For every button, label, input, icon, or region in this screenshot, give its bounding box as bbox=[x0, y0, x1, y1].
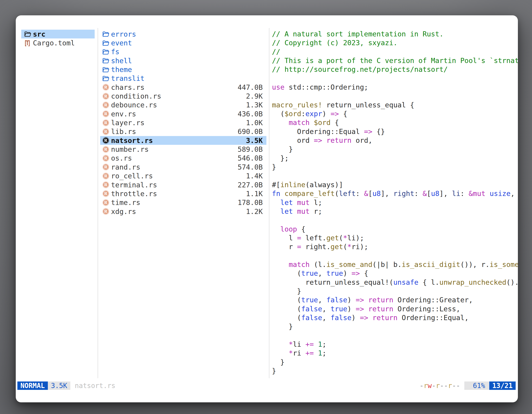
parent-item-Cargo.toml[interactable]: [T]Cargo.toml bbox=[21, 39, 95, 47]
file-name: xdg.rs bbox=[111, 207, 136, 216]
file-size: 574.0B bbox=[238, 163, 263, 171]
current-item-os.rs[interactable]: Ros.rs546.0B bbox=[100, 154, 266, 163]
code-line: l = left.get(*li); bbox=[272, 234, 518, 242]
file-name: event bbox=[111, 39, 132, 47]
file-name: fs bbox=[111, 48, 119, 56]
file-name: env.rs bbox=[111, 110, 136, 118]
file-name: throttle.rs bbox=[111, 190, 157, 198]
file-permissions: -rw-r--r-- bbox=[419, 382, 460, 390]
code-line: *li += 1; bbox=[272, 340, 518, 349]
open-folder-icon bbox=[103, 40, 109, 46]
code-line: fn compare_left(left: &[u8], right: &[u8… bbox=[272, 189, 518, 198]
file-name: time.rs bbox=[111, 198, 140, 207]
rust-file-icon: R bbox=[103, 182, 109, 188]
rust-file-icon: R bbox=[103, 191, 109, 196]
file-preview-pane[interactable]: // A natural sort implementation in Rust… bbox=[272, 30, 518, 377]
rust-file-icon: R bbox=[103, 94, 109, 99]
open-folder-icon bbox=[24, 31, 31, 37]
current-item-natsort.rs[interactable]: Rnatsort.rs3.5K bbox=[100, 136, 266, 145]
current-item-time.rs[interactable]: Rtime.rs178.0B bbox=[100, 198, 266, 207]
current-item-xdg.rs[interactable]: Rxdg.rs1.2K bbox=[100, 207, 266, 216]
toml-file-icon: [T] bbox=[24, 39, 29, 47]
file-name: translit bbox=[111, 74, 144, 82]
file-size: 436.0B bbox=[238, 110, 263, 118]
code-line: // A natural sort implementation in Rust… bbox=[272, 30, 518, 39]
rust-file-icon: R bbox=[103, 102, 109, 108]
rust-file-icon: R bbox=[103, 164, 109, 170]
current-item-lib.rs[interactable]: Rlib.rs690.0B bbox=[100, 127, 266, 136]
open-folder-icon bbox=[103, 58, 109, 64]
code-line: use std::cmp::Ordering; bbox=[272, 83, 518, 92]
file-size: 1.2K bbox=[246, 207, 263, 216]
code-line: *ri += 1; bbox=[272, 349, 518, 357]
current-directory-pane: errorseventfsshellthemetranslitRchars.rs… bbox=[100, 30, 266, 216]
file-size: 1.1K bbox=[246, 190, 263, 198]
current-item-throttle.rs[interactable]: Rthrottle.rs1.1K bbox=[100, 189, 266, 198]
parent-directory-pane: src[T]Cargo.toml bbox=[21, 30, 95, 48]
file-name: number.rs bbox=[111, 145, 149, 154]
rust-file-icon: R bbox=[103, 85, 109, 90]
file-name: lib.rs bbox=[111, 127, 136, 136]
current-item-chars.rs[interactable]: Rchars.rs447.0B bbox=[100, 83, 266, 92]
file-size: 546.0B bbox=[238, 154, 263, 162]
current-item-number.rs[interactable]: Rnumber.rs589.0B bbox=[100, 145, 266, 154]
file-manager-window: src[T]Cargo.toml errorseventfsshelltheme… bbox=[16, 15, 518, 402]
current-item-errors[interactable]: errors bbox=[100, 30, 266, 39]
code-line: (true, false) => return Ordering::Greate… bbox=[272, 296, 518, 304]
current-item-event[interactable]: event bbox=[100, 39, 266, 47]
open-folder-icon bbox=[103, 75, 109, 82]
current-item-debounce.rs[interactable]: Rdebounce.rs1.3K bbox=[100, 101, 266, 109]
current-item-translit[interactable]: translit bbox=[100, 74, 266, 83]
file-size: 2.9K bbox=[246, 92, 263, 100]
file-name: rand.rs bbox=[111, 163, 140, 171]
code-line bbox=[272, 92, 518, 100]
file-name: layer.rs bbox=[111, 119, 144, 127]
code-line: } bbox=[272, 358, 518, 366]
code-line: (true, true) => { bbox=[272, 269, 518, 278]
code-line: (false, false) => return Ordering::Equal… bbox=[272, 313, 518, 322]
file-name: condition.rs bbox=[111, 92, 161, 100]
code-line: (false, true) => return Ordering::Less, bbox=[272, 305, 518, 313]
scroll-percent-badge: 61% bbox=[464, 382, 489, 390]
file-name: natsort.rs bbox=[111, 136, 153, 144]
current-item-condition.rs[interactable]: Rcondition.rs2.9K bbox=[100, 92, 266, 100]
code-line: #[inline(always)] bbox=[272, 180, 518, 189]
file-name: terminal.rs bbox=[111, 181, 157, 189]
file-name: src bbox=[33, 30, 45, 38]
parent-item-src[interactable]: src bbox=[21, 30, 95, 39]
file-size: 1.3K bbox=[246, 101, 263, 109]
code-line: match (l.is_some_and(|b| b.is_ascii_digi… bbox=[272, 260, 518, 269]
rust-file-icon: R bbox=[103, 209, 109, 214]
current-item-rand.rs[interactable]: Rrand.rs574.0B bbox=[100, 163, 266, 171]
rust-file-icon: R bbox=[103, 111, 109, 116]
current-item-shell[interactable]: shell bbox=[100, 56, 266, 65]
file-size: 178.0B bbox=[238, 198, 263, 207]
current-item-layer.rs[interactable]: Rlayer.rs1.0K bbox=[100, 118, 266, 127]
current-item-env.rs[interactable]: Renv.rs436.0B bbox=[100, 109, 266, 118]
cursor-position-badge: 13/21 bbox=[489, 382, 516, 390]
file-name: Cargo.toml bbox=[33, 39, 75, 47]
code-line bbox=[272, 331, 518, 340]
file-size: 227.0B bbox=[238, 181, 263, 189]
file-name: ro_cell.rs bbox=[111, 172, 153, 180]
code-line: } bbox=[272, 322, 518, 331]
code-line: // bbox=[272, 48, 518, 56]
status-bar: NORMAL 3.5K natsort.rs -rw-r--r-- 61% 13… bbox=[17, 382, 516, 390]
code-line: match $ord { bbox=[272, 118, 518, 127]
pane-separator-right bbox=[269, 28, 269, 378]
file-size: 3.5K bbox=[246, 136, 263, 144]
code-line: }; bbox=[272, 154, 518, 163]
open-folder-icon bbox=[103, 31, 109, 37]
code-line: // Copyright (c) 2023, sxyazi. bbox=[272, 39, 518, 47]
rust-file-icon: R bbox=[103, 138, 109, 143]
rust-file-icon: R bbox=[103, 155, 109, 161]
current-item-ro_cell.rs[interactable]: Rro_cell.rs1.4K bbox=[100, 172, 266, 180]
code-line: // This is a port of the C version of Ma… bbox=[272, 56, 518, 65]
current-item-theme[interactable]: theme bbox=[100, 65, 266, 74]
code-line: } bbox=[272, 287, 518, 296]
open-folder-icon bbox=[103, 49, 109, 55]
current-item-fs[interactable]: fs bbox=[100, 48, 266, 56]
rust-file-icon: R bbox=[103, 200, 109, 205]
status-file-name: natsort.rs bbox=[75, 382, 115, 390]
current-item-terminal.rs[interactable]: Rterminal.rs227.0B bbox=[100, 180, 266, 189]
